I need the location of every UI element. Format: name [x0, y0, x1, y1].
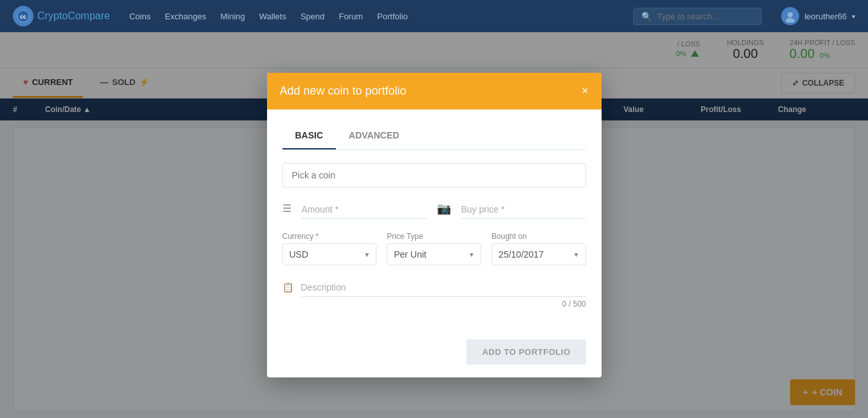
currency-select[interactable]: USD EUR BTC: [282, 243, 377, 265]
svg-point-3: [786, 18, 795, 23]
username: leoruther66: [804, 12, 847, 21]
bought-on-group: Bought on 25/10/2017: [492, 232, 586, 265]
currency-select-wrapper: USD EUR BTC: [282, 243, 377, 265]
modal-close-button[interactable]: ×: [582, 84, 589, 98]
price-type-select[interactable]: Per Unit Total: [387, 243, 481, 265]
search-box[interactable]: 🔍: [633, 8, 762, 25]
bought-on-label: Bought on: [492, 232, 586, 241]
nav-forum[interactable]: Forum: [339, 12, 364, 21]
logo-text: CryptoCompare: [37, 10, 110, 22]
modal-overlay: Add new coin to portfolio × BASIC ADVANC…: [0, 32, 868, 418]
amount-field: [302, 200, 427, 219]
logo[interactable]: cc CryptoCompare: [13, 6, 110, 26]
search-input[interactable]: [657, 12, 753, 21]
modal-title: Add new coin to portfolio: [280, 84, 407, 98]
main-content: / Loss 0% Holdings 0.00 24H Profit / Los…: [0, 32, 868, 418]
nav-links: Coins Exchanges Mining Wallets Spend For…: [129, 12, 614, 21]
bought-on-select-wrapper: 25/10/2017: [492, 243, 586, 265]
modal-tabs: BASIC ADVANCED: [282, 122, 586, 150]
modal-body: BASIC ADVANCED ☰ 📷: [267, 109, 602, 327]
bought-on-select[interactable]: 25/10/2017: [492, 243, 586, 265]
chevron-down-icon: ▾: [852, 13, 855, 20]
coin-search-input[interactable]: [282, 163, 586, 187]
price-type-group: Price Type Per Unit Total: [387, 232, 481, 265]
description-row: 📋 0 / 500: [282, 278, 586, 309]
buy-price-input[interactable]: [461, 200, 586, 219]
navbar: cc CryptoCompare Coins Exchanges Mining …: [0, 0, 868, 32]
modal-footer: ADD TO PORTFOLIO: [267, 327, 602, 377]
desc-count: 0 / 500: [301, 299, 586, 309]
user-menu[interactable]: leoruther66 ▾: [781, 7, 855, 25]
modal-tab-advanced[interactable]: ADVANCED: [336, 122, 412, 149]
currency-group: Currency * USD EUR BTC: [282, 232, 377, 265]
search-icon: 🔍: [642, 12, 652, 21]
nav-mining[interactable]: Mining: [221, 12, 245, 21]
currency-pricetype-boughton-row: Currency * USD EUR BTC Price Type: [282, 232, 586, 265]
svg-text:cc: cc: [20, 14, 26, 20]
add-to-portfolio-button[interactable]: ADD TO PORTFOLIO: [466, 339, 586, 365]
amount-input[interactable]: [302, 200, 427, 219]
note-icon: 📋: [282, 282, 293, 309]
buy-price-field: [461, 200, 586, 219]
description-input[interactable]: [301, 278, 586, 297]
avatar: [781, 7, 799, 25]
hamburger-icon: ☰: [282, 202, 291, 214]
modal-tab-basic[interactable]: BASIC: [282, 122, 337, 149]
camera-icon: 📷: [437, 202, 451, 216]
nav-coins[interactable]: Coins: [129, 12, 151, 21]
modal-header: Add new coin to portfolio ×: [267, 73, 602, 109]
add-coin-modal: Add new coin to portfolio × BASIC ADVANC…: [267, 73, 602, 377]
price-type-select-wrapper: Per Unit Total: [387, 243, 481, 265]
currency-label: Currency *: [282, 232, 377, 241]
nav-wallets[interactable]: Wallets: [259, 12, 286, 21]
logo-icon: cc: [13, 6, 33, 26]
svg-point-2: [788, 12, 793, 17]
price-type-label: Price Type: [387, 232, 481, 241]
nav-spend[interactable]: Spend: [300, 12, 325, 21]
description-field: 0 / 500: [301, 278, 586, 309]
amount-buyprice-row: ☰ 📷: [282, 200, 586, 219]
nav-exchanges[interactable]: Exchanges: [165, 12, 206, 21]
nav-portfolio[interactable]: Portfolio: [377, 12, 408, 21]
